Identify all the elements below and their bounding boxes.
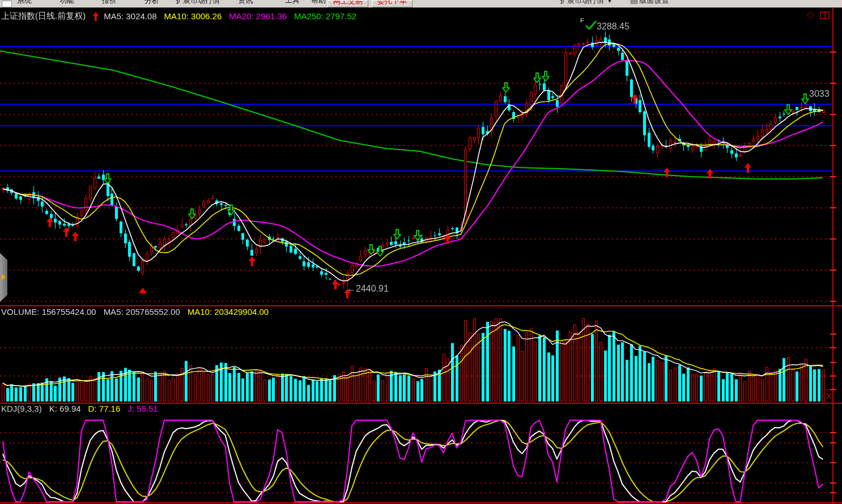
- sidebar-expand-handle[interactable]: [0, 253, 7, 302]
- menu-item[interactable]: 工具: [285, 0, 300, 6]
- menu-item[interactable]: 分析: [144, 0, 159, 6]
- volume-ma5-value: MA5: 205765552.00: [104, 307, 180, 317]
- toolbar-red-button-2[interactable]: 委托下单: [372, 0, 413, 7]
- volume-ma10-value: MA10: 203429904.00: [188, 307, 269, 317]
- ma5-value: MA5: 3024.08: [104, 11, 156, 21]
- chart-canvas[interactable]: [0, 0, 842, 504]
- menu-item[interactable]: 功能: [59, 0, 74, 6]
- expand-arrow-icon: [2, 274, 6, 280]
- volume-value: VOLUME: 156755424.00: [1, 307, 96, 317]
- last-price-annotation: 3033: [809, 89, 830, 99]
- menu-item[interactable]: 帮助: [311, 0, 326, 6]
- kdj-panel-header: KDJ(9,3,3) K: 69.94 D: 77.16 J: 55.51: [1, 404, 158, 413]
- kdj-k-value: K: 69.94: [49, 404, 81, 413]
- instrument-title: 上证指数(日线.前复权): [1, 11, 86, 22]
- toolbar-red-button-label: 委托下单: [372, 0, 412, 6]
- kdj-name: KDJ(9,3,3): [1, 404, 42, 413]
- menu-item[interactable]: 扩展市场行情: [176, 0, 220, 6]
- top-toolbar: 系统功能报价分析扩展市场行情资讯工具帮助 网上交易委托下单 扩展市场行情 ▼▦ …: [0, 0, 842, 8]
- toolbar-red-button-1[interactable]: 网上交易: [328, 0, 368, 7]
- split-window-icon[interactable]: [820, 11, 830, 19]
- menu-item[interactable]: 系统: [17, 0, 32, 6]
- ma20-value: MA20: 2961.36: [229, 11, 287, 21]
- trading-app-window: { "toolbar": { "menu_items": [ {"label":…: [0, 0, 842, 504]
- peak-price-annotation: 3288.45: [597, 22, 630, 32]
- kdj-d-value: D: 77.16: [88, 404, 121, 413]
- kdj-j-value: J: 55.51: [127, 404, 158, 413]
- menu-item[interactable]: 报价: [102, 0, 117, 6]
- peak-flag-label: F: [580, 17, 584, 24]
- toolbar-red-button-label: 网上交易: [328, 0, 368, 6]
- diamond-marker-icon[interactable]: ◇: [807, 10, 814, 19]
- toolbar-right-label[interactable]: ▦ 版面设置: [630, 0, 669, 6]
- up-arrow-icon: [93, 12, 99, 21]
- menu-item[interactable]: 资讯: [238, 0, 253, 6]
- volume-panel-header: VOLUME: 156755424.00 MA5: 205765552.00 M…: [1, 307, 269, 317]
- ma250-value: MA250: 2797.52: [294, 11, 356, 21]
- toolbar-right-label[interactable]: 扩展市场行情 ▼: [560, 0, 613, 6]
- low-price-annotation: ←2440.91: [347, 284, 389, 294]
- indicator-close-button[interactable]: X: [826, 391, 831, 400]
- app-icon[interactable]: [2, 1, 12, 7]
- main-chart-header: 上证指数(日线.前复权) MA5: 3024.08 MA10: 3006.26 …: [1, 11, 356, 22]
- ma10-value: MA10: 3006.26: [164, 11, 222, 21]
